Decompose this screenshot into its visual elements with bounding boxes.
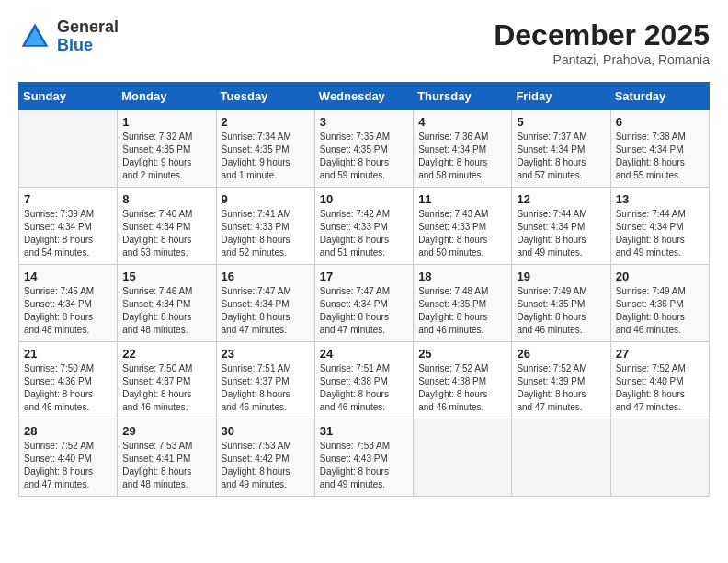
day-number: 11	[418, 192, 506, 206]
day-info: Sunrise: 7:51 AM Sunset: 4:38 PM Dayligh…	[320, 362, 408, 414]
day-number: 6	[616, 115, 704, 129]
calendar-week-row: 1Sunrise: 7:32 AM Sunset: 4:35 PM Daylig…	[19, 110, 710, 188]
calendar-cell: 17Sunrise: 7:47 AM Sunset: 4:34 PM Dayli…	[314, 265, 413, 342]
day-info: Sunrise: 7:32 AM Sunset: 4:35 PM Dayligh…	[122, 131, 210, 182]
day-number: 13	[616, 192, 704, 206]
calendar-cell: 14Sunrise: 7:45 AM Sunset: 4:34 PM Dayli…	[19, 265, 118, 342]
weekday-header: Saturday	[610, 83, 709, 110]
calendar-cell: 4Sunrise: 7:36 AM Sunset: 4:34 PM Daylig…	[414, 110, 512, 188]
day-number: 16	[222, 270, 310, 283]
weekday-header: Sunday	[19, 83, 118, 110]
calendar-cell: 11Sunrise: 7:43 AM Sunset: 4:33 PM Dayli…	[414, 188, 512, 265]
day-info: Sunrise: 7:49 AM Sunset: 4:36 PM Dayligh…	[616, 285, 704, 337]
calendar-cell: 10Sunrise: 7:42 AM Sunset: 4:33 PM Dayli…	[314, 188, 413, 265]
calendar-cell: 20Sunrise: 7:49 AM Sunset: 4:36 PM Dayli…	[610, 265, 709, 342]
day-info: Sunrise: 7:40 AM Sunset: 4:34 PM Dayligh…	[122, 208, 210, 259]
day-info: Sunrise: 7:42 AM Sunset: 4:33 PM Dayligh…	[320, 208, 408, 259]
calendar-cell	[512, 419, 610, 497]
calendar-cell: 30Sunrise: 7:53 AM Sunset: 4:42 PM Dayli…	[216, 419, 314, 497]
day-info: Sunrise: 7:38 AM Sunset: 4:34 PM Dayligh…	[616, 131, 704, 182]
page-header: General Blue December 2025 Pantazi, Prah…	[18, 18, 710, 67]
calendar-cell: 25Sunrise: 7:52 AM Sunset: 4:38 PM Dayli…	[414, 342, 512, 419]
day-number: 21	[24, 347, 112, 361]
calendar-cell: 13Sunrise: 7:44 AM Sunset: 4:34 PM Dayli…	[610, 188, 709, 265]
calendar-cell: 9Sunrise: 7:41 AM Sunset: 4:33 PM Daylig…	[216, 188, 314, 265]
day-number: 19	[517, 270, 605, 283]
day-info: Sunrise: 7:41 AM Sunset: 4:33 PM Dayligh…	[222, 208, 310, 259]
calendar-week-row: 28Sunrise: 7:52 AM Sunset: 4:40 PM Dayli…	[19, 419, 710, 497]
calendar-cell: 29Sunrise: 7:53 AM Sunset: 4:41 PM Dayli…	[118, 419, 216, 497]
day-info: Sunrise: 7:52 AM Sunset: 4:40 PM Dayligh…	[24, 440, 112, 491]
day-number: 23	[222, 347, 310, 361]
day-info: Sunrise: 7:47 AM Sunset: 4:34 PM Dayligh…	[222, 285, 310, 337]
day-info: Sunrise: 7:36 AM Sunset: 4:34 PM Dayligh…	[418, 131, 506, 182]
calendar-cell: 18Sunrise: 7:48 AM Sunset: 4:35 PM Dayli…	[414, 265, 512, 342]
day-number: 17	[320, 270, 408, 283]
day-info: Sunrise: 7:51 AM Sunset: 4:37 PM Dayligh…	[222, 362, 310, 414]
calendar-cell: 12Sunrise: 7:44 AM Sunset: 4:34 PM Dayli…	[512, 188, 610, 265]
calendar-cell: 24Sunrise: 7:51 AM Sunset: 4:38 PM Dayli…	[314, 342, 413, 419]
calendar-cell: 8Sunrise: 7:40 AM Sunset: 4:34 PM Daylig…	[118, 188, 216, 265]
calendar-cell: 15Sunrise: 7:46 AM Sunset: 4:34 PM Dayli…	[118, 265, 216, 342]
calendar-cell: 23Sunrise: 7:51 AM Sunset: 4:37 PM Dayli…	[216, 342, 314, 419]
weekday-header: Friday	[512, 83, 610, 110]
location-title: Pantazi, Prahova, Romania	[494, 52, 710, 67]
day-number: 22	[122, 347, 210, 361]
calendar-table: SundayMondayTuesdayWednesdayThursdayFrid…	[18, 82, 710, 497]
month-title: December 2025	[494, 18, 710, 52]
calendar-week-row: 7Sunrise: 7:39 AM Sunset: 4:34 PM Daylig…	[19, 188, 710, 265]
weekday-header: Monday	[118, 83, 216, 110]
day-number: 4	[418, 115, 506, 129]
day-info: Sunrise: 7:37 AM Sunset: 4:34 PM Dayligh…	[517, 131, 605, 182]
day-number: 9	[222, 192, 310, 206]
day-number: 24	[320, 347, 408, 361]
day-number: 31	[320, 424, 408, 438]
day-number: 25	[418, 347, 506, 361]
day-info: Sunrise: 7:50 AM Sunset: 4:36 PM Dayligh…	[24, 362, 112, 414]
calendar-cell: 1Sunrise: 7:32 AM Sunset: 4:35 PM Daylig…	[118, 110, 216, 188]
calendar-cell: 19Sunrise: 7:49 AM Sunset: 4:35 PM Dayli…	[512, 265, 610, 342]
day-number: 12	[517, 192, 605, 206]
day-info: Sunrise: 7:52 AM Sunset: 4:39 PM Dayligh…	[517, 362, 605, 414]
day-info: Sunrise: 7:47 AM Sunset: 4:34 PM Dayligh…	[320, 285, 408, 337]
day-info: Sunrise: 7:46 AM Sunset: 4:34 PM Dayligh…	[122, 285, 210, 337]
calendar-cell: 5Sunrise: 7:37 AM Sunset: 4:34 PM Daylig…	[512, 110, 610, 188]
logo-blue: Blue	[57, 37, 119, 55]
weekday-header: Tuesday	[216, 83, 314, 110]
day-info: Sunrise: 7:44 AM Sunset: 4:34 PM Dayligh…	[616, 208, 704, 259]
day-number: 3	[320, 115, 408, 129]
day-number: 2	[222, 115, 310, 129]
day-number: 29	[122, 424, 210, 438]
day-info: Sunrise: 7:35 AM Sunset: 4:35 PM Dayligh…	[320, 131, 408, 182]
day-number: 26	[517, 347, 605, 361]
day-info: Sunrise: 7:39 AM Sunset: 4:34 PM Dayligh…	[24, 208, 112, 259]
day-info: Sunrise: 7:48 AM Sunset: 4:35 PM Dayligh…	[418, 285, 506, 337]
day-info: Sunrise: 7:43 AM Sunset: 4:33 PM Dayligh…	[418, 208, 506, 259]
day-info: Sunrise: 7:34 AM Sunset: 4:35 PM Dayligh…	[222, 131, 310, 182]
day-info: Sunrise: 7:52 AM Sunset: 4:38 PM Dayligh…	[418, 362, 506, 414]
day-number: 1	[122, 115, 210, 129]
calendar-cell: 2Sunrise: 7:34 AM Sunset: 4:35 PM Daylig…	[216, 110, 314, 188]
day-number: 27	[616, 347, 704, 361]
calendar-cell: 21Sunrise: 7:50 AM Sunset: 4:36 PM Dayli…	[19, 342, 118, 419]
day-number: 8	[122, 192, 210, 206]
calendar-cell	[414, 419, 512, 497]
calendar-cell: 7Sunrise: 7:39 AM Sunset: 4:34 PM Daylig…	[19, 188, 118, 265]
logo-general: General	[57, 18, 119, 37]
day-number: 15	[122, 270, 210, 283]
day-info: Sunrise: 7:49 AM Sunset: 4:35 PM Dayligh…	[517, 285, 605, 337]
day-info: Sunrise: 7:45 AM Sunset: 4:34 PM Dayligh…	[24, 285, 112, 337]
day-number: 14	[24, 270, 112, 283]
logo-icon	[18, 20, 51, 53]
logo: General Blue	[18, 18, 119, 55]
calendar-cell: 28Sunrise: 7:52 AM Sunset: 4:40 PM Dayli…	[19, 419, 118, 497]
calendar-cell	[610, 419, 709, 497]
day-info: Sunrise: 7:44 AM Sunset: 4:34 PM Dayligh…	[517, 208, 605, 259]
title-area: December 2025 Pantazi, Prahova, Romania	[494, 18, 710, 67]
calendar-header-row: SundayMondayTuesdayWednesdayThursdayFrid…	[19, 83, 710, 110]
day-number: 5	[517, 115, 605, 129]
calendar-cell: 31Sunrise: 7:53 AM Sunset: 4:43 PM Dayli…	[314, 419, 413, 497]
logo-text: General Blue	[57, 18, 119, 55]
calendar-week-row: 21Sunrise: 7:50 AM Sunset: 4:36 PM Dayli…	[19, 342, 710, 419]
calendar-cell: 3Sunrise: 7:35 AM Sunset: 4:35 PM Daylig…	[314, 110, 413, 188]
